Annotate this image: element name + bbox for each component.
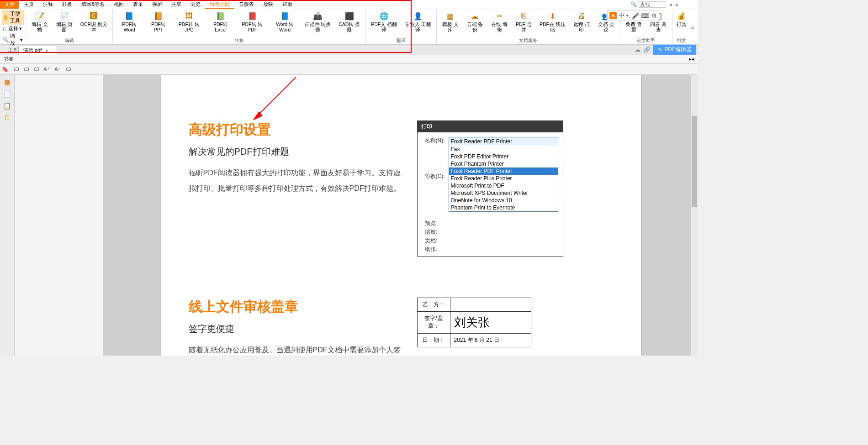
printer-option: Microsoft XPS Document Writer [449, 189, 558, 197]
menu-form[interactable]: 表单 [128, 0, 148, 9]
ime-mic-icon[interactable]: 🎤 [632, 12, 639, 19]
human-translate-button[interactable]: 👤专业人 工翻译 [401, 10, 434, 37]
bookmark-bar: 书签 ▸◂ [0, 55, 698, 64]
name-label: 名称(N): [425, 137, 449, 145]
page-icon[interactable]: 📄 [3, 90, 11, 98]
signature-name: 刘关张 [450, 312, 531, 333]
menu-protect[interactable]: 保护 [148, 0, 167, 9]
ime-settings-icon[interactable]: ⚙ [651, 12, 657, 19]
cloud-sync-icon[interactable]: ☁ [635, 46, 640, 53]
menu-cloud[interactable]: 云服务 [234, 0, 259, 9]
template-button[interactable]: ▦模板 文库 [439, 10, 462, 37]
bookmark-toolbar: 🔖 🏷 🏷 🏷 A⁺ A⁻ 🏷 [0, 64, 698, 75]
cloud-backup-button[interactable]: ☁云端 备份 [463, 10, 487, 37]
to-pdf-button[interactable]: 📕PDF转 转PDF [236, 10, 269, 37]
merge-button[interactable]: ⎘PDF 合并 [512, 10, 535, 37]
search-icon: 🔍 [630, 1, 637, 7]
menu-convert[interactable]: 转换 [58, 0, 77, 9]
menu-file[interactable]: 文件 [0, 0, 19, 9]
signature-date: 2021 年 6 月 21 日 [450, 334, 531, 347]
link-icon[interactable]: 🔗 [643, 46, 651, 53]
copies-label: 份数(C): [425, 173, 449, 180]
menu-view[interactable]: 视图 [109, 0, 128, 9]
select-tool[interactable]: ⬚选择▾ [2, 25, 24, 32]
body-sign: 随着无纸化办公应用普及。当遇到使用PDF文档中需要添加个人签名或者标识时，可以通… [189, 342, 403, 356]
heading-print: 高级打印设置 [189, 120, 403, 139]
pen-icon: ✎ [658, 47, 662, 53]
edit-page-button[interactable]: 📄编辑 页面 [53, 10, 76, 37]
edit-doc-button[interactable]: 📝编辑 文档 [28, 10, 52, 37]
remote-print-button[interactable]: 🖨远程 打印 [570, 10, 593, 37]
document-tab[interactable]: 演示.pdf × [18, 46, 57, 55]
group-translate: 🌐PDF文 档翻译 👤专业人 工翻译 翻译 [366, 9, 437, 44]
menu-help[interactable]: 帮助 [278, 0, 297, 9]
document-tabbar: 演示.pdf × ☁ 🔗 ✎ PDF编辑器 [0, 45, 698, 55]
menu-annot[interactable]: 注释 [38, 0, 58, 9]
collapse-icon[interactable]: ▸◂ [689, 56, 694, 62]
group-reward: 💰打赏 打赏 [672, 9, 691, 44]
ime-keyboard-icon[interactable]: ⌨ [641, 12, 650, 19]
font-increase-icon[interactable]: A⁺ [43, 66, 50, 73]
document-view[interactable]: 高级打印设置 解决常见的PDF打印难题 福昕PDF阅读器拥有强大的打印功能，界面… [104, 75, 698, 356]
bookmark-view-icon[interactable]: 🔖 [2, 66, 9, 73]
to-word-button[interactable]: 📘PDF转 Word [115, 10, 144, 37]
nav-panel [15, 75, 104, 356]
subheading-sign: 签字更便捷 [189, 323, 403, 335]
bookmark-title: 书签 [4, 56, 14, 63]
sign-box-image: 乙 方： 签字/盖章：刘关张 日 期：2021 年 6 月 21 日 [417, 298, 531, 347]
hand-tool[interactable]: ✋手型工具 [2, 10, 24, 25]
thumbnails-icon[interactable]: ▦ [4, 79, 10, 86]
online-edit-button[interactable]: ✏在线 编辑 [487, 10, 511, 37]
next-icon[interactable]: ► [675, 2, 680, 7]
zoom-tool[interactable]: 🔍缩放▾ [2, 32, 24, 47]
group-tools: 工具 [2, 47, 24, 53]
note-icon[interactable]: 🗒 [4, 114, 11, 121]
bm-icon2[interactable]: 🏷 [23, 66, 29, 73]
font-decrease-icon[interactable]: A⁻ [54, 66, 61, 73]
printer-option: Fax [449, 146, 558, 153]
reward-button[interactable]: 💰打赏 [674, 10, 689, 37]
to-jpg-button[interactable]: 🖼PDF转 转JPG [173, 10, 205, 37]
bm-icon1[interactable]: 🏷 [13, 66, 19, 73]
bm-icon4[interactable]: 🏷 [65, 66, 71, 73]
ime-lang[interactable]: 中 [619, 11, 625, 20]
menu-browse[interactable]: 浏览 [186, 0, 205, 9]
menu-fillsign[interactable]: 填写&签名 [77, 0, 109, 9]
menu-slide[interactable]: 放映 [259, 0, 278, 9]
vertical-scrollbar[interactable] [691, 75, 698, 356]
compress-button[interactable]: ⬇PDF在 线压缩 [536, 10, 569, 37]
ribbon: ✋手型工具 ⬚选择▾ 🔍缩放▾ 工具 📝编辑 文档 📄编辑 页面 🅾OCR识 别… [0, 9, 698, 45]
menubar: 文件 主页 注释 转换 填写&签名 视图 表单 保护 共享 浏览 特色功能 云服… [0, 0, 698, 9]
word-to-button[interactable]: 📘Word 转Word [270, 10, 301, 37]
tab-label: 演示.pdf [23, 47, 42, 54]
ime-punct-icon[interactable]: •, [626, 12, 630, 19]
scan-button[interactable]: 📠扫描件 转换器 [301, 10, 334, 37]
menu-home[interactable]: 主页 [19, 0, 38, 9]
menu-share[interactable]: 共享 [167, 0, 186, 9]
printer-option: Foxit Reader PDF Printer [449, 168, 558, 175]
prev-icon[interactable]: ◄ [668, 2, 673, 7]
paper-label: 纸张: [425, 246, 558, 253]
svg-line-0 [257, 77, 296, 116]
clipboard-icon[interactable]: 📋 [3, 102, 11, 110]
doc-translate-button[interactable]: 🌐PDF文 档翻译 [368, 10, 401, 37]
tab-close-icon[interactable]: × [45, 48, 48, 53]
cad-button[interactable]: ⬛CAD转 换器 [335, 10, 364, 37]
bm-icon3[interactable]: 🏷 [33, 66, 39, 73]
to-excel-button[interactable]: 📗PDF转 Excel [206, 10, 236, 37]
printer-option: Foxit PDF Editor Printer [449, 153, 558, 160]
to-ppt-button[interactable]: 📙PDF转 PPT [145, 10, 172, 37]
svg-marker-1 [253, 111, 263, 120]
left-sidebar: ▦ 📄 📋 🗒 [0, 75, 15, 356]
body-print: 福昕PDF阅读器拥有强大的打印功能，界面友好易于学习。支持虚拟打印、批量打印等多… [189, 165, 403, 196]
pdf-editor-button[interactable]: ✎ PDF编辑器 [653, 44, 696, 55]
ocr-button[interactable]: 🅾OCR识 别文本 [77, 10, 111, 37]
ime-bar[interactable]: S 中 •, 🎤 ⌨ ⚙ [607, 10, 659, 21]
dialog-title: 打印 [418, 121, 563, 132]
menu-special[interactable]: 特色功能 [205, 0, 234, 9]
search-input[interactable] [639, 1, 666, 8]
annotation-arrow [253, 75, 298, 120]
sogou-icon: S [609, 12, 617, 19]
ribbon-collapse-icon[interactable]: ▵ [691, 23, 694, 30]
printer-option: Foxit Reader Plus Printer [449, 175, 558, 182]
